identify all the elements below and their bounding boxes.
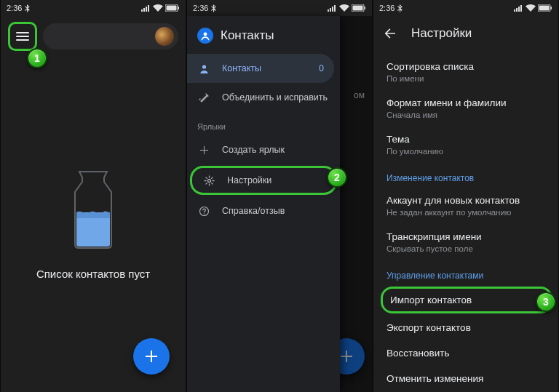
setting-secondary: Не задан аккаунт по умолчанию: [386, 208, 545, 217]
status-time: 2:36: [7, 4, 22, 12]
person-icon: [197, 63, 210, 74]
svg-rect-5: [365, 7, 366, 9]
setting-primary: Отменить изменения: [386, 373, 545, 384]
drawer-item-label: Объединить и исправить: [222, 92, 328, 103]
bluetooth-icon: [211, 4, 217, 12]
drawer-item-label: Создать ярлык: [222, 145, 285, 155]
drawer-item-create-label[interactable]: Создать ярлык: [187, 135, 340, 164]
wifi-icon: [526, 4, 536, 12]
hamburger-icon: [16, 32, 29, 41]
step-badge-label: 3: [543, 296, 549, 308]
setting-primary: Восстановить: [386, 348, 545, 359]
status-time: 2:36: [193, 4, 208, 12]
signal-icon: [328, 4, 337, 12]
setting-primary: Тема: [386, 134, 545, 145]
setting-secondary: По имени: [386, 74, 545, 83]
search-bar[interactable]: [43, 23, 178, 49]
svg-rect-13: [551, 7, 552, 9]
settings-header: Настройки: [373, 16, 558, 51]
help-icon: [197, 206, 210, 217]
setting-restore[interactable]: Восстановить: [373, 340, 558, 366]
back-button[interactable]: [384, 27, 397, 40]
signal-icon: [141, 4, 151, 12]
section-manage-contacts: Управление контактами: [373, 260, 558, 285]
setting-default-account[interactable]: Аккаунт для новых контактов Не задан акк…: [373, 188, 558, 224]
step-badge-3: 3: [536, 292, 556, 312]
phone-screen-2: 2:36 ом Контакты Контакты: [186, 0, 373, 392]
bluetooth-icon: [25, 4, 31, 12]
step-badge-2: 2: [327, 167, 347, 188]
battery-icon: [352, 4, 366, 12]
setting-undo-changes[interactable]: Отменить изменения: [373, 366, 558, 391]
step-badge-label: 2: [334, 172, 340, 183]
menu-button-highlight[interactable]: [8, 22, 37, 51]
bluetooth-icon: [397, 4, 403, 12]
svg-rect-2: [178, 7, 180, 9]
wifi-icon: [153, 4, 163, 12]
step-badge-label: 1: [34, 52, 40, 64]
contacts-app-icon: [197, 28, 213, 44]
step-badge-1: 1: [27, 48, 47, 68]
nav-drawer: Контакты Контакты 0 Объединить и исправи…: [187, 16, 340, 392]
phone-screen-3: 2:36 Настройки Сортировка списка По имен…: [373, 0, 559, 392]
empty-message: Список контактов пуст: [36, 268, 150, 280]
status-bar: 2:36: [1, 0, 186, 16]
drawer-item-settings-highlight[interactable]: Настройки: [190, 166, 337, 195]
avatar[interactable]: [155, 27, 174, 46]
app-top-bar: 1: [1, 16, 186, 57]
battery-icon: [165, 4, 180, 12]
wifi-icon: [339, 4, 349, 12]
page-title: Настройки: [411, 26, 472, 41]
svg-rect-12: [539, 6, 550, 11]
svg-rect-4: [353, 6, 363, 11]
signal-icon: [514, 4, 523, 12]
drawer-item-contacts[interactable]: Контакты 0: [187, 54, 334, 83]
drawer-item-label: Контакты: [222, 63, 261, 73]
battery-icon: [538, 4, 552, 12]
svg-point-6: [204, 33, 207, 36]
section-edit-contacts: Изменение контактов: [373, 163, 558, 188]
drawer-section-labels: Ярлыки: [187, 112, 340, 135]
back-arrow-icon: [384, 27, 397, 40]
wand-icon: [197, 92, 210, 103]
drawer-header: Контакты: [187, 20, 340, 54]
contacts-count: 0: [319, 63, 324, 73]
fab-add-contact[interactable]: [133, 338, 170, 375]
setting-export-contacts[interactable]: Экспорт контактов: [373, 315, 558, 340]
settings-list[interactable]: Сортировка списка По имени Формат имени …: [373, 51, 558, 392]
plus-icon: [197, 145, 210, 155]
drawer-title: Контакты: [221, 28, 274, 43]
svg-point-8: [207, 179, 210, 182]
status-time: 2:36: [379, 4, 395, 12]
gear-icon: [202, 175, 215, 186]
status-bar: 2:36: [373, 0, 558, 16]
drawer-item-help[interactable]: Справка/отзыв: [187, 196, 340, 225]
setting-theme[interactable]: Тема По умолчанию: [373, 127, 558, 163]
setting-primary: Формат имени и фамилии: [386, 97, 545, 108]
setting-primary: Сортировка списка: [386, 61, 545, 72]
plus-icon: [143, 348, 159, 364]
phone-screen-1: 2:36 1 Список контактов пу: [0, 0, 186, 392]
drawer-item-merge-fix[interactable]: Объединить и исправить: [187, 83, 340, 112]
setting-primary: Транскрипция имени: [386, 231, 545, 242]
setting-secondary: Сначала имя: [386, 111, 545, 119]
setting-sort[interactable]: Сортировка списка По имени: [373, 54, 558, 90]
status-bar: 2:36: [187, 0, 372, 16]
setting-phonetic-name[interactable]: Транскрипция имени Скрывать пустое поле: [373, 224, 558, 260]
drawer-item-label: Справка/отзыв: [222, 206, 285, 216]
svg-point-7: [202, 65, 205, 68]
setting-primary: Аккаунт для новых контактов: [386, 195, 545, 206]
setting-secondary: По умолчанию: [386, 147, 545, 156]
setting-secondary: Скрывать пустое поле: [386, 244, 545, 253]
setting-name-format[interactable]: Формат имени и фамилии Сначала имя: [373, 90, 558, 127]
setting-primary: Импорт контактов: [390, 295, 543, 305]
setting-primary: Экспорт контактов: [386, 322, 545, 333]
svg-point-10: [203, 213, 204, 214]
drawer-item-label: Настройки: [227, 175, 271, 185]
setting-import-contacts-highlight[interactable]: Импорт контактов 3: [381, 287, 552, 313]
svg-rect-1: [167, 6, 177, 11]
empty-jar-icon: [66, 169, 120, 249]
